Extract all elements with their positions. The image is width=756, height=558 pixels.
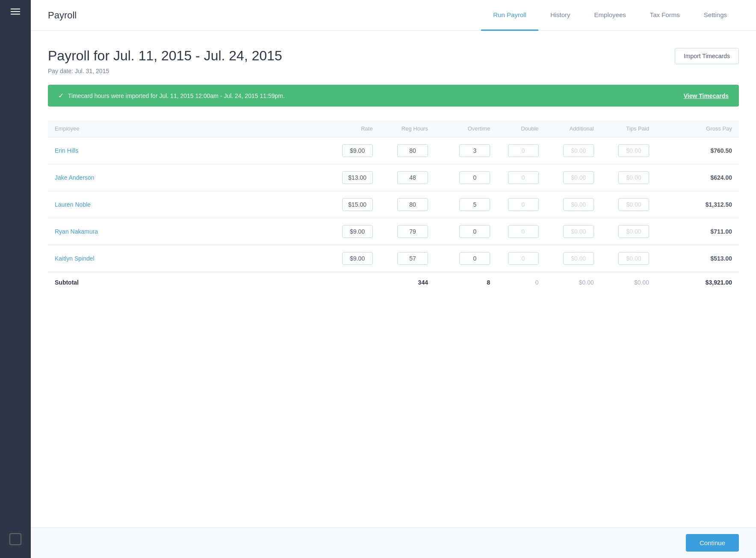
overtime-input-2[interactable] — [459, 198, 490, 211]
employee-name-cell: Lauren Noble — [48, 191, 324, 218]
tab-tax-forms[interactable]: Tax Forms — [638, 0, 692, 31]
content-area: Payroll for Jul. 11, 2015 - Jul. 24, 201… — [31, 31, 756, 527]
subtotal-grosspay: $3,921.00 — [656, 272, 739, 293]
additional-cell — [546, 245, 601, 272]
col-header-additional: Additional — [546, 120, 601, 137]
rate-cell — [324, 137, 379, 164]
subtotal-rate — [324, 272, 379, 293]
overtime-cell — [435, 245, 497, 272]
table-row: Ryan Nakamura $711.00 — [48, 218, 739, 245]
reghours-cell — [380, 137, 435, 164]
col-header-rate: Rate — [324, 120, 379, 137]
menu-icon[interactable] — [11, 9, 20, 15]
col-header-overtime: Overtime — [435, 120, 497, 137]
grosspay-cell: $760.50 — [656, 137, 739, 164]
col-header-tipspaid: Tips Paid — [601, 120, 656, 137]
tipspaid-cell — [601, 218, 656, 245]
additional-input-1[interactable] — [563, 171, 594, 184]
overtime-input-4[interactable] — [459, 252, 490, 265]
overtime-cell — [435, 191, 497, 218]
double-input-1[interactable] — [508, 171, 539, 184]
subtotal-overtime: 8 — [435, 272, 497, 293]
subtotal-label: Subtotal — [48, 272, 324, 293]
double-input-4[interactable] — [508, 252, 539, 265]
additional-input-0[interactable] — [563, 144, 594, 157]
pay-date: Pay date: Jul. 31, 2015 — [48, 68, 739, 74]
tipspaid-input-3[interactable] — [618, 225, 649, 238]
tab-employees[interactable]: Employees — [582, 0, 638, 31]
reghours-input-2[interactable] — [397, 198, 428, 211]
col-header-grosspay: Gross Pay — [656, 120, 739, 137]
employee-link-2[interactable]: Lauren Noble — [55, 201, 91, 208]
reghours-cell — [380, 245, 435, 272]
overtime-cell — [435, 164, 497, 191]
footer: Continue — [31, 527, 756, 558]
employee-link-3[interactable]: Ryan Nakamura — [55, 228, 98, 235]
employee-link-1[interactable]: Jake Anderson — [55, 174, 94, 181]
table-row: Lauren Noble $1,312.50 — [48, 191, 739, 218]
check-icon: ✓ — [58, 92, 64, 100]
app-title: Payroll — [48, 10, 77, 21]
rate-cell — [324, 164, 379, 191]
col-header-reghours: Reg Hours — [380, 120, 435, 137]
col-header-double: Double — [497, 120, 545, 137]
table-row: Erin Hills $760.50 — [48, 137, 739, 164]
double-cell — [497, 218, 545, 245]
page-title: Payroll for Jul. 11, 2015 - Jul. 24, 201… — [48, 48, 282, 64]
rate-input-0[interactable] — [342, 144, 373, 157]
tab-run-payroll[interactable]: Run Payroll — [481, 0, 538, 31]
reghours-input-0[interactable] — [397, 144, 428, 157]
tipspaid-input-4[interactable] — [618, 252, 649, 265]
continue-button[interactable]: Continue — [686, 534, 739, 552]
double-input-2[interactable] — [508, 198, 539, 211]
employee-link-0[interactable]: Erin Hills — [55, 147, 78, 154]
rate-input-3[interactable] — [342, 225, 373, 238]
tipspaid-input-2[interactable] — [618, 198, 649, 211]
rate-input-2[interactable] — [342, 198, 373, 211]
rate-cell — [324, 218, 379, 245]
subtotal-additional: $0.00 — [546, 272, 601, 293]
tab-settings[interactable]: Settings — [692, 0, 739, 31]
double-input-3[interactable] — [508, 225, 539, 238]
reghours-input-3[interactable] — [397, 225, 428, 238]
overtime-input-3[interactable] — [459, 225, 490, 238]
table-row: Jake Anderson $624.00 — [48, 164, 739, 191]
additional-cell — [546, 137, 601, 164]
subtotal-row: Subtotal 344 8 0 $0.00 $0.00 $3,921.00 — [48, 272, 739, 293]
view-timecards-link[interactable]: View Timecards — [684, 92, 729, 99]
reghours-input-4[interactable] — [397, 252, 428, 265]
subtotal-tipspaid: $0.00 — [601, 272, 656, 293]
reghours-cell — [380, 164, 435, 191]
additional-input-2[interactable] — [563, 198, 594, 211]
tipspaid-cell — [601, 245, 656, 272]
alert-left: ✓ Timecard hours were imported for Jul. … — [58, 92, 285, 100]
tab-history[interactable]: History — [538, 0, 582, 31]
additional-input-3[interactable] — [563, 225, 594, 238]
tipspaid-input-0[interactable] — [618, 144, 649, 157]
square-logo-icon — [9, 533, 21, 545]
grosspay-cell: $711.00 — [656, 218, 739, 245]
tipspaid-cell — [601, 137, 656, 164]
tipspaid-cell — [601, 191, 656, 218]
overtime-cell — [435, 218, 497, 245]
import-timecards-button[interactable]: Import Timecards — [675, 48, 739, 64]
employee-link-4[interactable]: Kaitlyn Spindel — [55, 255, 94, 262]
double-cell — [497, 137, 545, 164]
header: Payroll Run Payroll History Employees Ta… — [31, 0, 756, 31]
overtime-input-1[interactable] — [459, 171, 490, 184]
additional-input-4[interactable] — [563, 252, 594, 265]
page-header: Payroll for Jul. 11, 2015 - Jul. 24, 201… — [48, 48, 739, 64]
sidebar — [0, 0, 31, 558]
reghours-input-1[interactable] — [397, 171, 428, 184]
main-area: Payroll Run Payroll History Employees Ta… — [31, 0, 756, 558]
rate-input-4[interactable] — [342, 252, 373, 265]
rate-cell — [324, 191, 379, 218]
double-input-0[interactable] — [508, 144, 539, 157]
grosspay-cell: $513.00 — [656, 245, 739, 272]
tipspaid-input-1[interactable] — [618, 171, 649, 184]
col-header-employee: Employee — [48, 120, 324, 137]
rate-input-1[interactable] — [342, 171, 373, 184]
grosspay-cell: $624.00 — [656, 164, 739, 191]
subtotal-double: 0 — [497, 272, 545, 293]
overtime-input-0[interactable] — [459, 144, 490, 157]
